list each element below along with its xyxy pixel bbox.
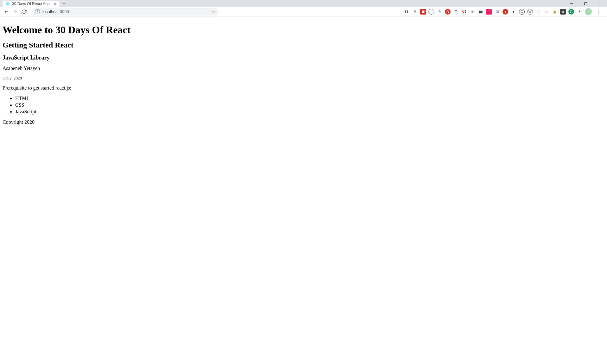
page-heading-2: Getting Started React [3, 41, 604, 49]
forward-button[interactable] [11, 8, 19, 16]
publish-date: Oct 2, 2020 [3, 76, 604, 81]
tab-title: 30 Days Of React App [12, 2, 51, 6]
author-name: Asabeneh Yetayeh [3, 66, 604, 71]
maximize-button[interactable] [579, 0, 593, 7]
reload-button[interactable] [20, 8, 28, 16]
extension-icon[interactable]: ⬚ [486, 9, 492, 15]
address-bar[interactable]: i localhost:3000 ☆ [32, 8, 218, 16]
extension-icon[interactable]: ▮▮ [404, 9, 409, 15]
svg-rect-6 [585, 3, 587, 5]
extensions-area: ▮▮ 🎙 ▣ · ✎ O f? 📢 ◉ 📷 ⬚ ⇲ ● ♦ G W ◌ ☺ 🔒 … [404, 8, 604, 15]
list-item: HTML [15, 95, 604, 102]
tab-bar: 30 Days Of React App × + [0, 0, 607, 7]
extension-icon[interactable]: ▣ [420, 9, 426, 15]
extension-icon[interactable]: · [428, 9, 434, 15]
list-item: JavaScript [15, 109, 604, 115]
page-heading-3: JavaScript Library [3, 54, 604, 61]
extension-icon[interactable]: ◌ [535, 9, 541, 15]
extension-icon[interactable]: 📷 [478, 9, 484, 15]
extension-icon[interactable]: O [445, 9, 451, 15]
window-controls [564, 0, 607, 7]
extension-icon[interactable]: ✎ [437, 9, 442, 15]
minimize-button[interactable] [564, 0, 579, 7]
site-info-icon[interactable]: i [35, 9, 40, 14]
new-tab-button[interactable]: + [60, 1, 68, 7]
extension-icon[interactable]: ◉ [470, 9, 475, 15]
extension-icon[interactable]: G [519, 9, 525, 15]
prerequisite-label: Prerequisite to get started react.js: [3, 85, 604, 91]
extension-icon[interactable]: 🔒 [552, 9, 558, 15]
footer-copyright: Copyright 2020 [3, 119, 604, 125]
chrome-menu-button[interactable]: ⋮ [594, 9, 603, 15]
close-window-button[interactable] [593, 0, 607, 7]
page-content: Welcome to 30 Days Of React Getting Star… [0, 16, 607, 132]
close-tab-icon[interactable]: × [53, 1, 57, 6]
extensions-puzzle-icon[interactable]: ✦ [577, 9, 582, 15]
list-item: CSS [15, 102, 604, 109]
extension-icon[interactable]: ● [503, 9, 508, 15]
url-text: localhost:3000 [42, 9, 69, 14]
extension-icon[interactable]: W [527, 9, 533, 15]
extension-icon[interactable]: ☺ [544, 9, 549, 15]
extension-icon[interactable]: 📢 [461, 9, 467, 15]
page-heading-1: Welcome to 30 Days Of React [3, 24, 604, 36]
browser-toolbar: i localhost:3000 ☆ ▮▮ 🎙 ▣ · ✎ O f? 📢 ◉ 📷… [0, 7, 607, 16]
react-favicon-icon [5, 1, 10, 6]
profile-avatar[interactable] [585, 8, 592, 15]
bookmark-star-icon[interactable]: ☆ [211, 9, 215, 15]
browser-tab[interactable]: 30 Days Of React App × [3, 1, 60, 7]
extension-icon[interactable]: f? [453, 9, 459, 15]
extension-icon[interactable]: 🎙 [412, 9, 418, 15]
extension-icon[interactable]: ⇲ [494, 9, 500, 15]
extension-icon[interactable]: ◈ [560, 9, 566, 15]
extension-icon[interactable]: ♦ [511, 9, 516, 15]
extension-icon[interactable]: G [568, 9, 574, 15]
back-button[interactable] [3, 8, 10, 16]
prerequisite-list: HTML CSS JavaScript [3, 95, 604, 115]
svg-point-0 [7, 3, 8, 4]
